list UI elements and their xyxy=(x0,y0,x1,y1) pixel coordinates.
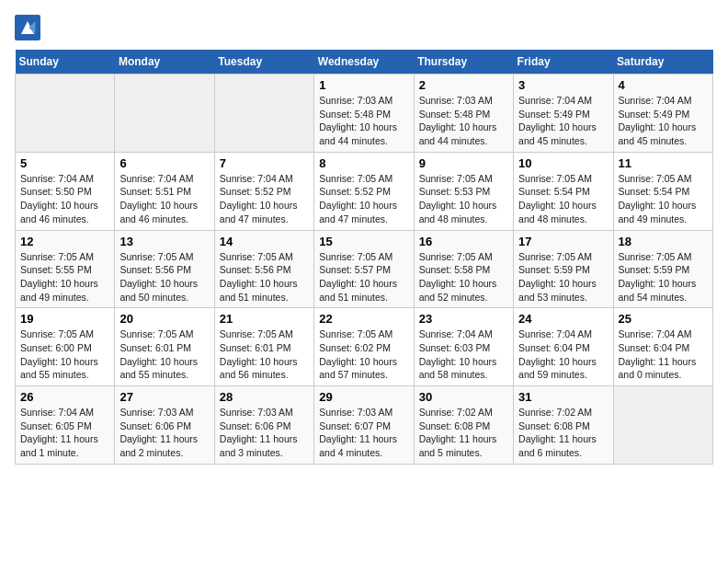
weekday-header-monday: Monday xyxy=(115,50,214,75)
weekday-header-sunday: Sunday xyxy=(16,50,115,75)
day-number: 21 xyxy=(220,312,309,326)
calendar-body: 1Sunrise: 7:03 AMSunset: 5:48 PMDaylight… xyxy=(16,75,713,465)
day-info: Sunrise: 7:03 AMSunset: 6:07 PMDaylight:… xyxy=(319,406,408,460)
calendar-cell: 15Sunrise: 7:05 AMSunset: 5:57 PMDayligh… xyxy=(314,230,414,308)
day-info: Sunrise: 7:03 AMSunset: 5:48 PMDaylight:… xyxy=(319,94,408,148)
day-number: 15 xyxy=(319,235,408,248)
day-info: Sunrise: 7:05 AMSunset: 5:56 PMDaylight:… xyxy=(119,250,209,304)
day-info: Sunrise: 7:05 AMSunset: 5:56 PMDaylight:… xyxy=(220,250,309,304)
day-info: Sunrise: 7:05 AMSunset: 5:57 PMDaylight:… xyxy=(319,250,408,304)
day-number: 9 xyxy=(419,156,508,170)
day-info: Sunrise: 7:04 AMSunset: 5:49 PMDaylight:… xyxy=(518,94,608,148)
page-header xyxy=(15,15,713,40)
day-number: 17 xyxy=(518,235,608,248)
day-number: 7 xyxy=(220,156,309,170)
day-info: Sunrise: 7:05 AMSunset: 5:52 PMDaylight:… xyxy=(319,172,408,226)
day-number: 13 xyxy=(119,235,209,248)
day-number: 2 xyxy=(419,78,508,92)
day-info: Sunrise: 7:04 AMSunset: 5:52 PMDaylight:… xyxy=(220,172,309,226)
calendar-cell: 19Sunrise: 7:05 AMSunset: 6:00 PMDayligh… xyxy=(16,308,115,386)
calendar-cell: 12Sunrise: 7:05 AMSunset: 5:55 PMDayligh… xyxy=(16,230,115,308)
day-number: 27 xyxy=(119,390,209,404)
day-info: Sunrise: 7:02 AMSunset: 6:08 PMDaylight:… xyxy=(518,406,608,460)
day-info: Sunrise: 7:02 AMSunset: 6:08 PMDaylight:… xyxy=(419,406,508,460)
day-number: 1 xyxy=(319,78,408,92)
day-info: Sunrise: 7:05 AMSunset: 5:58 PMDaylight:… xyxy=(419,250,508,304)
day-info: Sunrise: 7:04 AMSunset: 6:05 PMDaylight:… xyxy=(20,406,109,460)
calendar-cell: 27Sunrise: 7:03 AMSunset: 6:06 PMDayligh… xyxy=(115,386,214,465)
day-number: 23 xyxy=(419,312,508,326)
day-number: 10 xyxy=(518,156,608,170)
day-info: Sunrise: 7:04 AMSunset: 5:49 PMDaylight:… xyxy=(619,94,708,148)
calendar-cell xyxy=(214,75,313,153)
calendar-cell xyxy=(613,386,712,465)
day-number: 4 xyxy=(619,78,708,92)
calendar-week-row: 19Sunrise: 7:05 AMSunset: 6:00 PMDayligh… xyxy=(16,308,713,386)
calendar-cell: 31Sunrise: 7:02 AMSunset: 6:08 PMDayligh… xyxy=(514,386,613,465)
calendar-cell: 23Sunrise: 7:04 AMSunset: 6:03 PMDayligh… xyxy=(414,308,513,386)
day-number: 28 xyxy=(220,390,309,404)
day-info: Sunrise: 7:05 AMSunset: 6:00 PMDaylight:… xyxy=(20,327,109,382)
calendar-cell xyxy=(16,75,115,153)
day-number: 25 xyxy=(619,312,708,326)
calendar-week-row: 5Sunrise: 7:04 AMSunset: 5:50 PMDaylight… xyxy=(16,152,713,230)
calendar-cell: 14Sunrise: 7:05 AMSunset: 5:56 PMDayligh… xyxy=(214,230,313,308)
calendar-cell: 26Sunrise: 7:04 AMSunset: 6:05 PMDayligh… xyxy=(16,386,115,465)
calendar-cell: 1Sunrise: 7:03 AMSunset: 5:48 PMDaylight… xyxy=(314,75,414,153)
day-info: Sunrise: 7:05 AMSunset: 6:01 PMDaylight:… xyxy=(220,327,309,382)
day-info: Sunrise: 7:03 AMSunset: 6:06 PMDaylight:… xyxy=(220,406,309,460)
calendar-cell: 11Sunrise: 7:05 AMSunset: 5:54 PMDayligh… xyxy=(613,152,712,230)
logo xyxy=(15,15,44,40)
day-info: Sunrise: 7:03 AMSunset: 6:06 PMDaylight:… xyxy=(119,406,209,460)
calendar-cell: 8Sunrise: 7:05 AMSunset: 5:52 PMDaylight… xyxy=(314,152,414,230)
weekday-header-saturday: Saturday xyxy=(613,50,712,75)
calendar-cell: 5Sunrise: 7:04 AMSunset: 5:50 PMDaylight… xyxy=(16,152,115,230)
day-info: Sunrise: 7:05 AMSunset: 5:59 PMDaylight:… xyxy=(619,250,708,304)
day-info: Sunrise: 7:05 AMSunset: 5:54 PMDaylight:… xyxy=(518,172,608,226)
day-number: 12 xyxy=(20,235,109,248)
day-number: 29 xyxy=(319,390,408,404)
day-number: 31 xyxy=(518,390,608,404)
day-number: 14 xyxy=(220,235,309,248)
calendar-cell: 29Sunrise: 7:03 AMSunset: 6:07 PMDayligh… xyxy=(314,386,414,465)
calendar-cell: 28Sunrise: 7:03 AMSunset: 6:06 PMDayligh… xyxy=(214,386,313,465)
day-info: Sunrise: 7:05 AMSunset: 5:54 PMDaylight:… xyxy=(619,172,708,226)
calendar-week-row: 26Sunrise: 7:04 AMSunset: 6:05 PMDayligh… xyxy=(16,386,713,465)
calendar-cell: 21Sunrise: 7:05 AMSunset: 6:01 PMDayligh… xyxy=(214,308,313,386)
calendar-cell: 17Sunrise: 7:05 AMSunset: 5:59 PMDayligh… xyxy=(514,230,613,308)
day-number: 20 xyxy=(119,312,209,326)
calendar-cell: 25Sunrise: 7:04 AMSunset: 6:04 PMDayligh… xyxy=(613,308,712,386)
day-number: 3 xyxy=(518,78,608,92)
day-info: Sunrise: 7:05 AMSunset: 5:59 PMDaylight:… xyxy=(518,250,608,304)
day-info: Sunrise: 7:05 AMSunset: 5:55 PMDaylight:… xyxy=(20,250,109,304)
day-number: 8 xyxy=(319,156,408,170)
day-info: Sunrise: 7:04 AMSunset: 6:03 PMDaylight:… xyxy=(419,327,508,382)
day-number: 19 xyxy=(20,312,109,326)
calendar-cell: 6Sunrise: 7:04 AMSunset: 5:51 PMDaylight… xyxy=(115,152,214,230)
calendar-cell: 13Sunrise: 7:05 AMSunset: 5:56 PMDayligh… xyxy=(115,230,214,308)
day-number: 30 xyxy=(419,390,508,404)
calendar-cell: 4Sunrise: 7:04 AMSunset: 5:49 PMDaylight… xyxy=(613,75,712,153)
weekday-header-row: SundayMondayTuesdayWednesdayThursdayFrid… xyxy=(16,50,713,75)
day-info: Sunrise: 7:04 AMSunset: 6:04 PMDaylight:… xyxy=(518,327,608,382)
day-number: 24 xyxy=(518,312,608,326)
day-number: 22 xyxy=(319,312,408,326)
day-info: Sunrise: 7:04 AMSunset: 5:50 PMDaylight:… xyxy=(20,172,109,226)
day-info: Sunrise: 7:03 AMSunset: 5:48 PMDaylight:… xyxy=(419,94,508,148)
calendar-cell: 30Sunrise: 7:02 AMSunset: 6:08 PMDayligh… xyxy=(414,386,513,465)
day-number: 6 xyxy=(119,156,209,170)
calendar-cell: 20Sunrise: 7:05 AMSunset: 6:01 PMDayligh… xyxy=(115,308,214,386)
calendar-cell: 10Sunrise: 7:05 AMSunset: 5:54 PMDayligh… xyxy=(514,152,613,230)
day-number: 11 xyxy=(619,156,708,170)
day-number: 16 xyxy=(419,235,508,248)
calendar-cell: 3Sunrise: 7:04 AMSunset: 5:49 PMDaylight… xyxy=(514,75,613,153)
calendar-header: SundayMondayTuesdayWednesdayThursdayFrid… xyxy=(16,50,713,75)
weekday-header-friday: Friday xyxy=(514,50,613,75)
calendar-cell: 7Sunrise: 7:04 AMSunset: 5:52 PMDaylight… xyxy=(214,152,313,230)
weekday-header-wednesday: Wednesday xyxy=(314,50,414,75)
weekday-header-thursday: Thursday xyxy=(414,50,513,75)
day-number: 5 xyxy=(20,156,109,170)
logo-icon xyxy=(15,15,40,40)
weekday-header-tuesday: Tuesday xyxy=(214,50,313,75)
day-info: Sunrise: 7:05 AMSunset: 5:53 PMDaylight:… xyxy=(419,172,508,226)
